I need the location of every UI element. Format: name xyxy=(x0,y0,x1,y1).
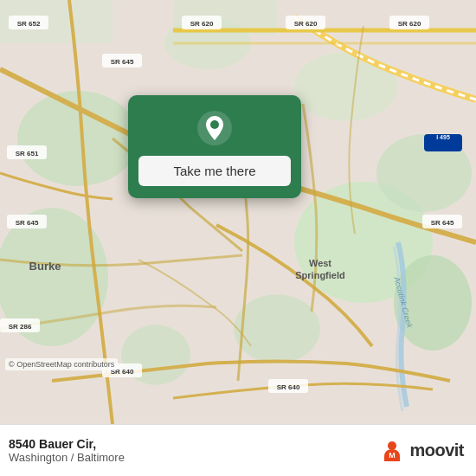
svg-text:SR 651: SR 651 xyxy=(16,150,39,158)
svg-text:SR 652: SR 652 xyxy=(17,20,41,28)
location-popup: Take me there xyxy=(128,95,301,198)
footer-region: Washington / Baltimore xyxy=(9,451,125,464)
svg-text:SR 620: SR 620 xyxy=(294,20,318,28)
svg-text:M: M xyxy=(389,451,396,460)
map-attribution: © OpenStreetMap contributors xyxy=(5,358,118,370)
footer-address: 8540 Bauer Cir, xyxy=(9,437,125,451)
svg-text:SR 620: SR 620 xyxy=(190,20,214,28)
moovit-logo-icon: M xyxy=(378,437,406,465)
svg-point-41 xyxy=(210,120,219,129)
svg-text:SR 645: SR 645 xyxy=(111,58,134,66)
take-me-there-button[interactable]: Take me there xyxy=(138,156,291,186)
svg-point-1 xyxy=(17,91,138,186)
svg-text:SR 286: SR 286 xyxy=(9,323,32,331)
svg-text:Springfield: Springfield xyxy=(295,270,344,280)
svg-text:Burke: Burke xyxy=(29,260,61,273)
svg-point-6 xyxy=(234,294,320,363)
footer-bar: 8540 Bauer Cir, Washington / Baltimore M… xyxy=(0,424,476,476)
svg-text:SR 645: SR 645 xyxy=(431,219,454,227)
moovit-logo-text: moovit xyxy=(409,441,464,460)
svg-point-43 xyxy=(388,441,396,450)
svg-text:SR 640: SR 640 xyxy=(277,383,300,391)
moovit-logo: M moovit xyxy=(378,437,464,465)
svg-text:I 495: I 495 xyxy=(436,134,450,140)
svg-text:SR 620: SR 620 xyxy=(398,20,421,28)
map-container: SR 652 SR 651 SR 645 SR 620 SR 620 SR 62… xyxy=(0,0,476,424)
svg-text:SR 645: SR 645 xyxy=(16,219,39,227)
footer-address-block: 8540 Bauer Cir, Washington / Baltimore xyxy=(9,437,125,464)
svg-text:West: West xyxy=(309,258,331,268)
svg-point-8 xyxy=(294,52,398,121)
map-pin-icon xyxy=(196,109,234,147)
